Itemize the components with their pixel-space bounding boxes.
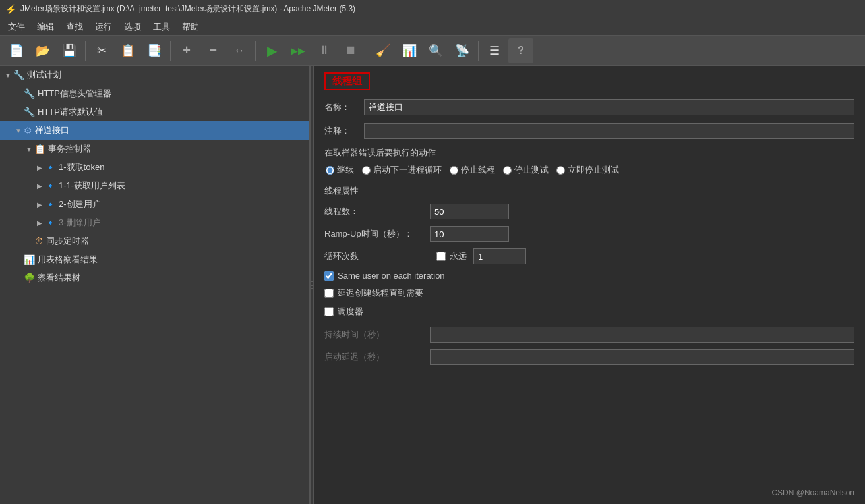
move-btn[interactable]: ↔: [227, 38, 252, 63]
toolbar: 📄📂💾✂📋📑+−↔▶▶▶⏸⏹🧹📊🔍📡☰?: [0, 36, 865, 66]
loop-forever-checkbox[interactable]: [436, 252, 446, 261]
thread-props-title: 线程属性: [324, 185, 854, 197]
tree-icon-test-plan: 🔧: [13, 70, 24, 80]
scheduler-label[interactable]: 调度器: [324, 306, 363, 318]
radio-stop-test[interactable]: 停止测试: [503, 164, 549, 176]
list-btn[interactable]: ☰: [482, 38, 507, 63]
radio-start-next-input[interactable]: [362, 166, 371, 175]
startup-delay-input[interactable]: [430, 349, 854, 365]
help-btn[interactable]: ?: [508, 38, 533, 63]
tree-label-thread-group: 禅道接口: [35, 125, 69, 136]
thread-count-input[interactable]: [430, 204, 509, 219]
tree-item-test-plan[interactable]: ▼🔧测试计划: [0, 66, 309, 84]
radio-stop-test-now-input[interactable]: [556, 166, 565, 175]
radio-stop-thread-input[interactable]: [450, 166, 458, 175]
tree-label-timer: 同步定时器: [46, 235, 89, 247]
open-btn[interactable]: 📂: [30, 38, 55, 63]
name-input[interactable]: [364, 99, 854, 115]
radio-start-next[interactable]: 启动下一进程循环: [362, 164, 442, 176]
duration-row: 持续时间（秒）: [324, 327, 854, 343]
loop-count-input[interactable]: [473, 248, 526, 264]
add-btn[interactable]: +: [174, 38, 199, 63]
template-btn[interactable]: 📑: [142, 38, 167, 63]
new-btn[interactable]: 📄: [4, 38, 29, 63]
pause-btn[interactable]: ⏸: [312, 38, 337, 63]
tree-arrow-get-users: ▶: [34, 182, 45, 190]
menu-item-编辑[interactable]: 编辑: [32, 20, 59, 34]
radio-stop-test-input[interactable]: [503, 166, 512, 175]
menu-item-查找[interactable]: 查找: [61, 20, 88, 34]
remove-btn[interactable]: −: [200, 38, 225, 63]
cut-btn[interactable]: ✂: [89, 38, 114, 63]
tree-item-transaction[interactable]: ▼📋事务控制器: [0, 140, 309, 158]
loop-forever-label[interactable]: 永远: [436, 250, 467, 262]
stop-btn[interactable]: ⏹: [338, 38, 363, 63]
report-btn[interactable]: 📊: [397, 38, 422, 63]
menu-item-选项[interactable]: 选项: [119, 20, 146, 34]
comment-label: 注释：: [324, 125, 364, 137]
radio-stop-test-label: 停止测试: [514, 164, 549, 176]
tree-label-http-defaults: HTTP请求默认值: [38, 106, 103, 118]
error-action-label: 在取样器错误后要执行的动作: [324, 147, 854, 159]
same-user-text: Same user on each iteration: [338, 271, 445, 281]
thread-count-label: 线程数：: [324, 206, 430, 217]
tree-icon-get-users: 🔹: [45, 181, 56, 191]
run-btn[interactable]: ▶: [259, 38, 284, 63]
paste-btn[interactable]: 📋: [115, 38, 140, 63]
radio-stop-test-now[interactable]: 立即停止测试: [556, 164, 619, 176]
tree-item-get-token[interactable]: ▶🔹1-获取token: [0, 158, 309, 177]
menu-bar: 文件编辑查找运行选项工具帮助: [0, 18, 865, 36]
tree-item-http-defaults[interactable]: 🔧HTTP请求默认值: [0, 103, 309, 121]
tree-icon-timer: ⏱: [34, 236, 44, 246]
delay-create-label[interactable]: 延迟创建线程直到需要: [324, 287, 423, 299]
menu-item-工具[interactable]: 工具: [148, 20, 175, 34]
radio-continue[interactable]: 继续: [326, 164, 354, 176]
save-btn[interactable]: 💾: [57, 38, 82, 63]
tree-item-create-user[interactable]: ▶🔹2-创建用户: [0, 195, 309, 213]
same-user-checkbox[interactable]: [324, 271, 334, 281]
panel-header: 线程组: [324, 72, 370, 90]
scheduler-row: 调度器: [324, 306, 854, 318]
title-bar: ⚡ JMeter场景设计和设置.jmx (D:\A_jmeter_test\JM…: [0, 0, 865, 18]
tree-icon-transaction: 📋: [34, 144, 45, 154]
tree-arrow-delete-user: ▶: [34, 219, 45, 227]
toolbar-sep: [255, 41, 256, 61]
tree-icon-delete-user: 🔹: [45, 217, 56, 228]
tree-item-table-result[interactable]: 📊用表格察看结果: [0, 250, 309, 269]
radio-continue-label: 继续: [337, 164, 354, 176]
comment-input[interactable]: [364, 123, 854, 139]
watermark: CSDN @NoamaNelson: [771, 488, 854, 497]
run-nopause-btn[interactable]: ▶▶: [285, 38, 311, 63]
tree-item-timer[interactable]: ⏱同步定时器: [0, 232, 309, 250]
duration-input[interactable]: [430, 327, 854, 343]
same-user-label[interactable]: Same user on each iteration: [324, 271, 445, 281]
menu-item-文件[interactable]: 文件: [3, 20, 30, 34]
clear-btn[interactable]: 🧹: [371, 38, 396, 63]
toolbar-sep: [170, 41, 171, 61]
right-panel: 线程组 名称： 注释： 在取样器错误后要执行的动作 继续 启动下一进程循环 停止…: [314, 66, 865, 504]
app-icon: ⚡: [5, 4, 16, 14]
tree-item-get-users[interactable]: ▶🔹1-1-获取用户列表: [0, 177, 309, 195]
tree-item-http-header[interactable]: 🔧HTTP信息头管理器: [0, 84, 309, 103]
toolbar-sep: [367, 41, 367, 61]
tree-icon-tree-result: 🌳: [24, 273, 35, 283]
rampup-input[interactable]: [430, 226, 509, 242]
name-label: 名称：: [324, 101, 364, 113]
remote-btn[interactable]: 📡: [450, 38, 475, 63]
search-btn[interactable]: 🔍: [423, 38, 448, 63]
radio-stop-thread[interactable]: 停止线程: [450, 164, 495, 176]
menu-item-运行[interactable]: 运行: [90, 20, 117, 34]
tree-label-tree-result: 察看结果树: [38, 272, 80, 284]
radio-continue-input[interactable]: [326, 166, 334, 175]
tree-item-tree-result[interactable]: 🌳察看结果树: [0, 269, 309, 287]
tree-label-delete-user: 3-删除用户: [59, 217, 101, 229]
tree-item-thread-group[interactable]: ▼⚙禅道接口: [0, 121, 309, 140]
menu-item-帮助[interactable]: 帮助: [177, 20, 204, 34]
radio-start-next-label: 启动下一进程循环: [373, 164, 442, 176]
duration-label: 持续时间（秒）: [324, 329, 430, 341]
tree-label-transaction: 事务控制器: [48, 143, 91, 155]
tree-label-create-user: 2-创建用户: [59, 198, 101, 210]
tree-item-delete-user[interactable]: ▶🔹3-删除用户: [0, 213, 309, 232]
delay-create-checkbox[interactable]: [324, 289, 334, 298]
scheduler-checkbox[interactable]: [324, 307, 334, 316]
